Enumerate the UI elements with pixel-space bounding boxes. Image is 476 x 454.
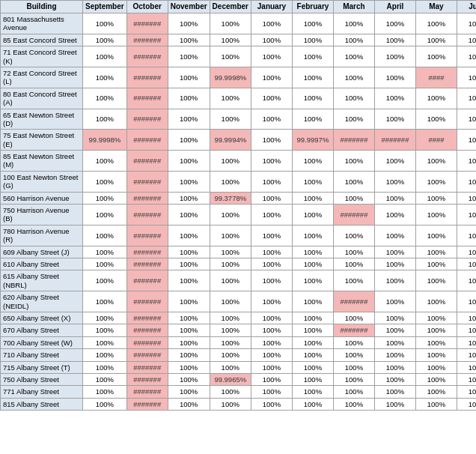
value-cell: #### <box>415 67 457 88</box>
value-cell: 100% <box>333 398 374 410</box>
value-cell: 100% <box>210 291 251 312</box>
col-header-building: Building <box>1 1 83 13</box>
value-cell: 100% <box>210 246 251 258</box>
value-cell: 100% <box>83 398 127 410</box>
table-row: 71 East Concord Street (K)100%#######100… <box>1 46 477 67</box>
value-cell: ####### <box>126 192 168 204</box>
col-header-may: May <box>415 1 457 13</box>
value-cell: ####### <box>126 291 168 312</box>
value-cell: 100% <box>168 398 210 410</box>
uptime-table: BuildingSeptemberOctoberNovemberDecember… <box>0 0 476 411</box>
value-cell: 100% <box>292 349 333 361</box>
value-cell: 100% <box>333 192 374 204</box>
value-cell: 100% <box>374 34 415 46</box>
building-name-cell: 750 Albany Street <box>1 373 83 385</box>
value-cell: 100% <box>83 349 127 361</box>
value-cell: 100% <box>292 270 333 291</box>
value-cell: 100% <box>374 205 415 226</box>
table-row: 700 Albany Street (W)100%#######100%100%… <box>1 336 477 348</box>
table-row: 750 Harrison Avenue (B)100%#######100%10… <box>1 205 477 226</box>
value-cell: 100% <box>168 291 210 312</box>
value-cell: 100% <box>333 46 374 67</box>
value-cell: 100% <box>457 386 476 398</box>
value-cell: ####### <box>126 258 168 270</box>
value-cell: ####### <box>126 373 168 385</box>
value-cell: 100% <box>168 205 210 226</box>
value-cell: 100% <box>292 109 333 130</box>
value-cell: ####### <box>374 130 415 151</box>
value-cell: 100% <box>333 34 374 46</box>
value-cell: 100% <box>251 349 292 361</box>
value-cell: 100% <box>374 13 415 34</box>
value-cell: 100% <box>415 192 457 204</box>
value-cell: 100% <box>374 373 415 385</box>
value-cell: 100% <box>83 151 127 172</box>
value-cell: 100% <box>251 151 292 172</box>
value-cell: 100% <box>374 225 415 246</box>
value-cell: 100% <box>83 13 127 34</box>
value-cell: 100% <box>457 130 476 151</box>
value-cell: ####### <box>126 171 168 192</box>
value-cell: 100% <box>292 373 333 385</box>
building-name-cell: 700 Albany Street (W) <box>1 336 83 348</box>
value-cell: ####### <box>126 67 168 88</box>
value-cell: 99.9994% <box>210 130 251 151</box>
value-cell: 99.9965% <box>210 373 251 385</box>
value-cell: 100% <box>251 270 292 291</box>
table-row: 609 Albany Street (J)100%#######100%100%… <box>1 246 477 258</box>
value-cell: 100% <box>415 386 457 398</box>
value-cell: 100% <box>210 324 251 336</box>
value-cell: 100% <box>415 398 457 410</box>
value-cell: ####### <box>126 349 168 361</box>
value-cell: ####### <box>126 151 168 172</box>
value-cell: 100% <box>415 109 457 130</box>
value-cell: 100% <box>457 373 476 385</box>
value-cell: 100% <box>210 205 251 226</box>
value-cell: 100% <box>168 67 210 88</box>
col-header-september: September <box>83 1 127 13</box>
table-row: 710 Albany Street100%#######100%100%100%… <box>1 349 477 361</box>
value-cell: 100% <box>333 246 374 258</box>
value-cell: 100% <box>83 246 127 258</box>
col-header-december: December <box>210 1 251 13</box>
value-cell: 100% <box>333 336 374 348</box>
value-cell: 100% <box>83 205 127 226</box>
value-cell: 100% <box>333 258 374 270</box>
value-cell: 100% <box>292 312 333 324</box>
value-cell: 100% <box>374 46 415 67</box>
value-cell: 100% <box>251 386 292 398</box>
value-cell: 100% <box>83 270 127 291</box>
value-cell: 100% <box>415 361 457 373</box>
value-cell: 100% <box>83 258 127 270</box>
value-cell: 100% <box>168 192 210 204</box>
value-cell: 100% <box>457 225 476 246</box>
value-cell: 100% <box>210 88 251 109</box>
value-cell: 100% <box>168 246 210 258</box>
value-cell: 99.3778% <box>210 192 251 204</box>
value-cell: #### <box>415 130 457 151</box>
table-row: 620 Albany Street (NEIDL)100%#######100%… <box>1 291 477 312</box>
value-cell: ####### <box>126 46 168 67</box>
value-cell: 100% <box>83 324 127 336</box>
value-cell: ####### <box>126 13 168 34</box>
value-cell: ####### <box>333 130 374 151</box>
col-header-april: April <box>374 1 415 13</box>
main-container: BuildingSeptemberOctoberNovemberDecember… <box>0 0 476 454</box>
table-header: BuildingSeptemberOctoberNovemberDecember… <box>1 1 477 13</box>
value-cell: ####### <box>126 361 168 373</box>
value-cell: 100% <box>251 291 292 312</box>
value-cell: 100% <box>333 349 374 361</box>
value-cell: 100% <box>374 349 415 361</box>
value-cell: 100% <box>83 67 127 88</box>
value-cell: 100% <box>457 398 476 410</box>
value-cell: 100% <box>457 291 476 312</box>
value-cell: 100% <box>457 205 476 226</box>
value-cell: 100% <box>210 225 251 246</box>
value-cell: 100% <box>251 67 292 88</box>
value-cell: 100% <box>374 398 415 410</box>
value-cell: 100% <box>415 336 457 348</box>
value-cell: 100% <box>168 324 210 336</box>
value-cell: 100% <box>210 349 251 361</box>
value-cell: 100% <box>292 324 333 336</box>
value-cell: ####### <box>126 336 168 348</box>
